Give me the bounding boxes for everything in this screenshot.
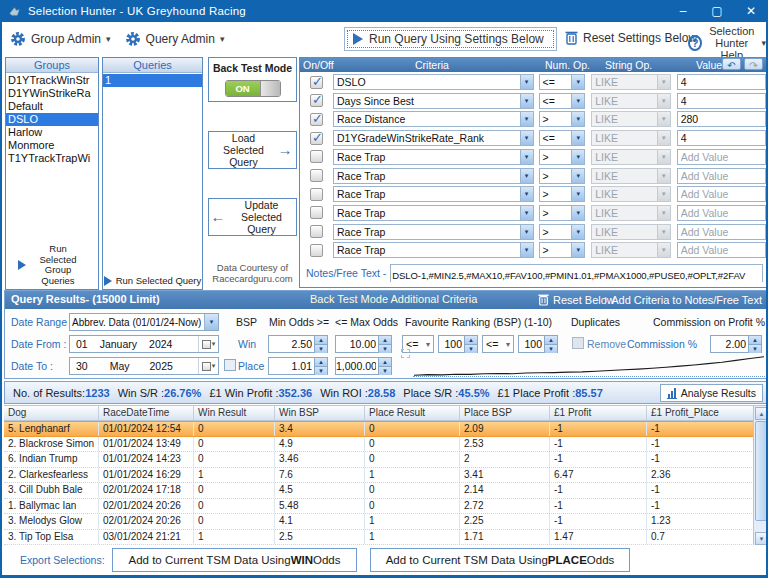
group-item[interactable]: Default bbox=[6, 100, 98, 113]
close-button[interactable]: ✕ bbox=[734, 0, 768, 22]
spinner-arrows[interactable]: ▲▼ bbox=[314, 336, 327, 352]
undo-button[interactable]: ↶ bbox=[722, 58, 741, 70]
table-row[interactable]: 2. Blackrose Simon01/01/2024 13:4904.902… bbox=[4, 437, 768, 453]
run-query-button[interactable]: Run Query Using Settings Below bbox=[344, 27, 557, 51]
column-header[interactable]: Dog bbox=[4, 406, 99, 420]
group-item[interactable]: Harlow bbox=[6, 126, 98, 139]
criteria-on-off-checkbox[interactable]: ✓ bbox=[310, 94, 323, 107]
group-item[interactable]: DSLO bbox=[6, 113, 98, 126]
value-field[interactable] bbox=[677, 168, 766, 184]
value-input[interactable] bbox=[678, 131, 765, 145]
value-field[interactable] bbox=[677, 93, 766, 109]
num-op-select[interactable]: <=▾ bbox=[539, 130, 586, 146]
value-field[interactable] bbox=[677, 111, 766, 127]
num-op-select[interactable]: >▾ bbox=[539, 224, 586, 240]
value-field[interactable] bbox=[677, 74, 766, 90]
spinner-arrows[interactable]: ▲▼ bbox=[378, 358, 391, 374]
group-item[interactable]: D1YTrackWinStr bbox=[6, 74, 98, 87]
table-row[interactable]: 3. Melodys Glow02/01/2024 20:2604.112.25… bbox=[4, 514, 768, 530]
criteria-on-off-checkbox[interactable] bbox=[310, 169, 323, 182]
group-item[interactable]: Monmore bbox=[6, 139, 98, 152]
column-header[interactable]: Win Result bbox=[194, 406, 275, 420]
scroll-up-button[interactable]: ▲ bbox=[755, 407, 768, 420]
maximize-button[interactable]: ▢ bbox=[700, 0, 734, 22]
group-admin-menu[interactable]: Group Admin▾ bbox=[10, 31, 111, 47]
value-input[interactable] bbox=[678, 150, 765, 164]
query-admin-menu[interactable]: Query Admin▾ bbox=[125, 31, 225, 47]
group-item[interactable]: T1YTrackTrapWi bbox=[6, 152, 98, 165]
criteria-select[interactable]: Race Distance▾ bbox=[333, 111, 534, 127]
criteria-select[interactable]: Days Since Best▾ bbox=[333, 93, 534, 109]
num-op-select[interactable]: >▾ bbox=[539, 168, 586, 184]
column-header[interactable]: £1 Profit bbox=[550, 406, 647, 420]
criteria-select[interactable]: Race Trap▾ bbox=[333, 205, 534, 221]
value-input[interactable] bbox=[678, 225, 765, 239]
update-selected-query-button[interactable]: ←Update Selected Query bbox=[208, 198, 297, 236]
remove-duplicates-checkbox[interactable] bbox=[572, 337, 584, 349]
scrollbar-thumb[interactable] bbox=[755, 421, 768, 521]
criteria-select[interactable]: Race Trap▾ bbox=[333, 186, 534, 202]
num-op-select[interactable]: >▾ bbox=[539, 149, 586, 165]
criteria-on-off-checkbox[interactable] bbox=[310, 225, 323, 238]
place-min-odds-spinner[interactable]: ▲▼ bbox=[268, 357, 328, 375]
table-row[interactable]: 3. Cill Dubh Bale02/01/2024 17:1804.502.… bbox=[4, 483, 768, 499]
column-header[interactable]: £1 Profit_Place bbox=[647, 406, 768, 420]
date-from-picker[interactable]: 01 January 2024 ▾ bbox=[69, 335, 219, 353]
place-max-odds-spinner[interactable]: ▲▼ bbox=[335, 357, 392, 375]
criteria-on-off-checkbox[interactable] bbox=[310, 188, 323, 201]
table-row[interactable]: 6. Indian Trump01/01/2024 14:2303.4602-1… bbox=[4, 452, 768, 468]
redo-button[interactable]: ↷ bbox=[744, 58, 763, 70]
column-header[interactable]: Win BSP bbox=[275, 406, 365, 420]
date-to-picker[interactable]: 30 May 2025 ▾ bbox=[69, 357, 219, 375]
value-field[interactable] bbox=[677, 149, 766, 165]
table-row[interactable]: 1. Ballymac Ian02/01/2024 20:2605.4802.7… bbox=[4, 499, 768, 515]
criteria-select[interactable]: DSLO▾ bbox=[333, 74, 534, 90]
value-field[interactable] bbox=[677, 130, 766, 146]
value-field[interactable] bbox=[677, 242, 766, 258]
scroll-down-button[interactable]: ▼ bbox=[755, 532, 768, 545]
add-tsm-win-odds-button[interactable]: Add to Current TSM Data Using WIN Odds bbox=[112, 548, 357, 572]
help-menu[interactable]: ? SelectionHunter Help ▾ bbox=[688, 25, 766, 61]
value-input[interactable] bbox=[678, 187, 765, 201]
spinner-arrows[interactable]: ▲▼ bbox=[464, 336, 477, 352]
value-field[interactable] bbox=[677, 224, 766, 240]
criteria-select[interactable]: Race Trap▾ bbox=[333, 149, 534, 165]
criteria-select[interactable]: Race Trap▾ bbox=[333, 168, 534, 184]
criteria-on-off-checkbox[interactable] bbox=[310, 150, 323, 163]
value-input[interactable] bbox=[678, 169, 765, 183]
analyse-results-button[interactable]: Analyse Results bbox=[660, 384, 763, 402]
add-criteria-to-notes-button[interactable]: ↑ Add Criteria to Notes/Free Text bbox=[602, 293, 762, 307]
criteria-select[interactable]: D1YGradeWinStrikeRate_Rank▾ bbox=[333, 130, 534, 146]
win-min-odds-spinner[interactable]: ▲▼ bbox=[268, 335, 328, 353]
run-selected-group-queries-button[interactable]: Run Selected Group Queries bbox=[6, 244, 98, 286]
num-op-select[interactable]: >▾ bbox=[539, 186, 586, 202]
criteria-on-off-checkbox[interactable] bbox=[310, 206, 323, 219]
value-input[interactable] bbox=[678, 243, 765, 257]
spinner-arrows[interactable]: ▲▼ bbox=[314, 358, 327, 374]
criteria-on-off-checkbox[interactable]: ✓ bbox=[310, 76, 323, 89]
table-row[interactable]: 2. Clarkesfearless01/01/2024 16:2917.613… bbox=[4, 468, 768, 484]
notes-input[interactable] bbox=[391, 268, 762, 284]
value-input[interactable] bbox=[678, 112, 765, 126]
date-range-select[interactable]: Abbrev. Data (01/01/24-Now) ▾ bbox=[69, 313, 219, 331]
add-tsm-place-odds-button[interactable]: Add to Current TSM Data Using PLACE Odds bbox=[370, 548, 630, 572]
criteria-select[interactable]: Race Trap▾ bbox=[333, 224, 534, 240]
column-header[interactable]: RaceDateTime bbox=[99, 406, 194, 420]
num-op-select[interactable]: <=▾ bbox=[539, 93, 586, 109]
load-selected-query-button[interactable]: Load Selected Query→ bbox=[208, 131, 297, 169]
minimize-button[interactable]: – bbox=[666, 0, 700, 22]
back-test-mode-toggle[interactable]: ON bbox=[225, 80, 281, 97]
num-op-select[interactable]: <=▾ bbox=[539, 74, 586, 90]
column-header[interactable]: Place Result bbox=[365, 406, 460, 420]
group-item[interactable]: D1YWinStrikeRa bbox=[6, 87, 98, 100]
criteria-on-off-checkbox[interactable]: ✓ bbox=[310, 132, 323, 145]
criteria-on-off-checkbox[interactable] bbox=[310, 244, 323, 257]
value-field[interactable] bbox=[677, 186, 766, 202]
value-field[interactable] bbox=[677, 205, 766, 221]
criteria-select[interactable]: Race Trap▾ bbox=[333, 242, 534, 258]
spinner-arrows[interactable]: ▲▼ bbox=[378, 336, 391, 352]
num-op-select[interactable]: >▾ bbox=[539, 242, 586, 258]
table-row[interactable]: 5. Lenghanarf01/01/2024 12:5403.402.09-1… bbox=[4, 421, 768, 437]
num-op-select[interactable]: >▾ bbox=[539, 205, 586, 221]
vertical-scrollbar[interactable]: ▲ ▼ bbox=[753, 406, 768, 546]
